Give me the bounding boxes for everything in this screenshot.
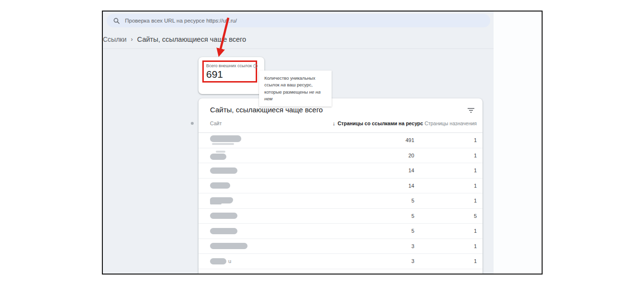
table-row[interactable]: 5 1	[198, 224, 483, 239]
target-pages-value: 1	[414, 198, 477, 203]
site-suffix: u	[228, 258, 231, 264]
table-row[interactable]: 14 1	[198, 179, 483, 194]
table-row[interactable]: 5 1	[198, 193, 483, 209]
site-cell[interactable]	[210, 151, 333, 160]
column-header-linking-pages[interactable]: ↓Страницы со ссылками на ресурс	[333, 120, 414, 126]
help-icon[interactable]: ?	[253, 64, 258, 68]
pages-with-links-value: 14	[333, 183, 414, 189]
table-row[interactable]: 5 5	[198, 209, 483, 224]
site-cell[interactable]: u	[210, 258, 333, 264]
target-pages-value: 1	[414, 258, 477, 264]
redacted-site-blob-wrap	[210, 213, 237, 219]
pages-with-links-value: 5	[333, 213, 414, 219]
pages-with-links-value: 3	[333, 258, 414, 264]
target-pages-value: 1	[414, 183, 477, 189]
redacted-site-blob-wrap	[210, 167, 237, 174]
pages-with-links-value: 5	[333, 198, 414, 203]
site-cell[interactable]	[210, 182, 333, 189]
total-external-links-card: Всего внешних ссылок ? 691	[198, 57, 264, 94]
column-header-site[interactable]: Сайт	[210, 120, 333, 126]
site-cell[interactable]	[210, 228, 333, 234]
breadcrumb-current-page: Сайты, ссылающиеся чаще всего	[137, 36, 246, 43]
table-header-row: Сайт ↓Страницы со ссылками на ресурс Стр…	[198, 114, 483, 133]
redacted-site-blob	[210, 258, 226, 264]
scroll-indicator-dot	[191, 122, 194, 125]
target-pages-value: 1	[414, 137, 477, 143]
top-linking-sites-card: Сайты, ссылающиеся чаще всего Сайт ↓Стра…	[198, 98, 483, 275]
site-cell[interactable]	[210, 243, 333, 249]
redacted-site-blob-wrap	[210, 243, 248, 249]
target-pages-value: 1	[414, 167, 477, 173]
table-row[interactable]: 491 1	[198, 133, 483, 148]
url-inspection-search-bar[interactable]: Проверка всех URL на ресурсе https://utr…	[107, 14, 490, 27]
search-input-text: Проверка всех URL на ресурсе https://utr…	[125, 18, 237, 24]
table-row[interactable]: 14 1	[198, 163, 483, 179]
redacted-site-blob-wrap	[210, 182, 230, 189]
site-cell[interactable]	[210, 197, 333, 204]
redacted-site-blob	[210, 154, 226, 160]
chevron-right-icon: ›	[131, 36, 133, 43]
table-row[interactable]: u 3 1	[198, 254, 483, 269]
table-body: 491 1 20 1 14 1 14 1	[198, 133, 483, 269]
tooltip-italic-1: на	[281, 82, 286, 87]
site-cell[interactable]	[210, 213, 333, 219]
table-row[interactable]: 3 1	[198, 239, 483, 254]
screenshot-frame: Проверка всех URL на ресурсе https://utr…	[102, 11, 543, 275]
metric-value: 691	[206, 69, 254, 80]
pages-with-links-value: 20	[333, 153, 414, 158]
metric-tooltip: Количество уникальных ссылок на ваш ресу…	[259, 71, 332, 107]
target-pages-value: 5	[414, 213, 477, 219]
redacted-site-blob	[210, 228, 237, 234]
redacted-site-blob-wrap	[210, 151, 226, 160]
pages-with-links-value: 5	[333, 228, 414, 234]
redacted-site-blob	[210, 167, 237, 174]
redacted-site-blob-wrap	[210, 135, 241, 145]
search-icon	[113, 18, 120, 24]
column-header-target-pages[interactable]: Страницы назначения	[414, 120, 477, 126]
site-cell[interactable]	[210, 135, 333, 145]
pages-with-links-value: 3	[333, 243, 414, 249]
redacted-site-blob	[210, 135, 241, 142]
header-divider	[103, 48, 494, 49]
breadcrumb: Ссылки › Сайты, ссылающиеся чаще всего	[103, 35, 246, 44]
breadcrumb-links[interactable]: Ссылки	[103, 36, 126, 43]
red-highlight-box: Всего внешних ссылок ? 691	[202, 60, 257, 83]
sort-desc-icon: ↓	[333, 120, 335, 126]
target-pages-value: 1	[414, 153, 477, 158]
redacted-site-blob-wrap	[210, 228, 237, 234]
redacted-site-blob-wrap	[210, 197, 233, 204]
pages-with-links-value: 491	[333, 137, 414, 143]
table-row[interactable]: 20 1	[198, 148, 483, 164]
site-cell[interactable]	[210, 167, 333, 174]
redacted-site-blob	[210, 182, 230, 189]
redacted-site-blob	[210, 213, 237, 219]
right-gutter	[494, 12, 542, 274]
table-title: Сайты, ссылающиеся чаще всего	[210, 106, 323, 114]
redacted-site-blob-wrap	[210, 258, 226, 264]
metric-label: Всего внешних ссылок	[206, 63, 252, 68]
redacted-site-blob	[210, 243, 248, 249]
redacted-site-blob	[210, 197, 233, 203]
target-pages-value: 1	[414, 228, 477, 234]
pages-with-links-value: 14	[333, 167, 414, 173]
target-pages-value: 1	[414, 243, 477, 249]
filter-icon[interactable]	[466, 106, 476, 116]
